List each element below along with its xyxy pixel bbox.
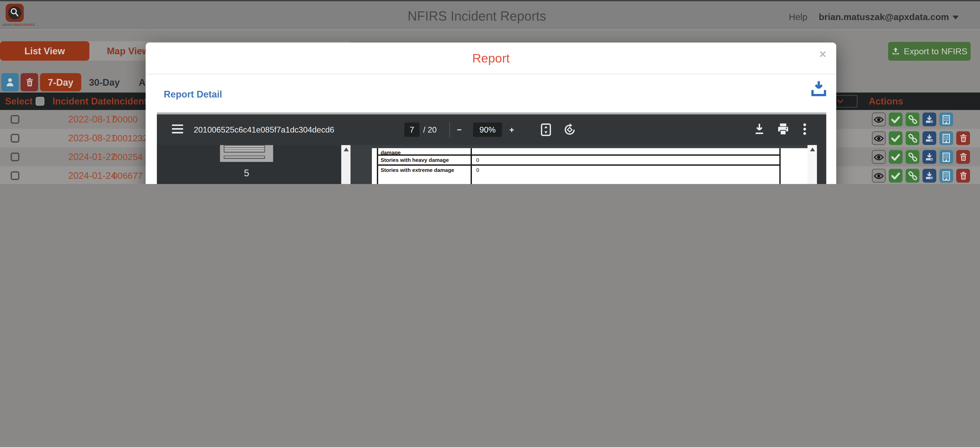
department-button[interactable]	[939, 150, 953, 164]
view-report-button[interactable]	[872, 150, 886, 164]
incident-number: 006677	[112, 166, 143, 184]
user-filter-button[interactable]	[1, 73, 19, 91]
thumbnail-sketch	[224, 145, 265, 153]
row-checkbox[interactable]	[11, 115, 19, 124]
pdf-field-label: damage	[378, 148, 472, 155]
rotate-icon	[563, 123, 576, 136]
incident-number: 000254	[112, 147, 143, 166]
select-all-checkbox[interactable]	[36, 97, 45, 106]
link-incident-button[interactable]	[906, 169, 919, 182]
report-detail-link[interactable]: Report Detail	[164, 89, 222, 99]
download-icon	[925, 153, 934, 161]
row-actions	[872, 169, 970, 182]
pdf-print-button[interactable]	[778, 123, 789, 135]
pdf-page-7: damageStories with heavy damage0Stories …	[372, 148, 817, 184]
zoom-in-button[interactable]: +	[509, 115, 514, 145]
row-checkbox[interactable]	[11, 171, 19, 180]
app-logo[interactable]	[6, 4, 24, 22]
trash-icon	[959, 171, 967, 180]
download-button[interactable]	[923, 112, 936, 126]
user-menu[interactable]: brian.matuszak@apxdata.com	[819, 12, 959, 22]
app-header: SMARTINVESTIGATE NFIRS Incident Reports …	[0, 1, 980, 30]
check-icon	[891, 172, 900, 179]
eye-icon	[874, 172, 884, 179]
pdf-field-value: 0	[473, 156, 780, 164]
column-incident-date[interactable]: Incident Date	[52, 93, 111, 110]
incident-date: 2024-01-24	[68, 166, 116, 184]
chevron-down-icon	[837, 97, 843, 104]
building-icon	[942, 171, 950, 180]
report-modal: Report × Report Detail 201006525c6c41e08…	[146, 43, 836, 184]
download-icon	[925, 115, 934, 124]
department-button[interactable]	[939, 112, 953, 126]
fit-to-page-button[interactable]	[541, 123, 551, 136]
pdf-download-button[interactable]	[754, 123, 765, 136]
help-link[interactable]: Help	[789, 12, 807, 22]
check-icon	[891, 116, 900, 123]
row-checkbox[interactable]	[11, 153, 19, 161]
filter-7-day[interactable]: 7-Day	[40, 73, 81, 91]
chevron-down-icon	[953, 16, 959, 19]
kebab-icon	[803, 123, 806, 135]
validate-button[interactable]	[889, 169, 902, 182]
pdf-field-label: Stories with heavy damage	[378, 156, 472, 164]
view-report-button[interactable]	[872, 112, 886, 126]
link-incident-button[interactable]	[906, 131, 919, 145]
print-icon	[778, 123, 789, 135]
row-checkbox[interactable]	[11, 134, 19, 142]
rotate-button[interactable]	[563, 123, 576, 136]
zoom-out-button[interactable]: −	[457, 115, 461, 145]
validate-button[interactable]	[889, 112, 902, 126]
modal-header-divider	[146, 74, 836, 74]
person-icon	[6, 77, 14, 87]
download-button[interactable]	[923, 131, 936, 145]
filter-30-day[interactable]: 30-Day	[86, 73, 123, 91]
link-icon	[908, 134, 917, 143]
report-download-button[interactable]	[811, 80, 827, 97]
download-icon	[811, 80, 827, 97]
page-number-input[interactable]	[404, 123, 419, 137]
pdf-filename: 201006525c6c41e085f7a1dc304decd6	[194, 115, 334, 145]
view-report-button[interactable]	[872, 169, 886, 182]
magnifier-icon	[8, 6, 21, 19]
pdf-document-area: damageStories with heavy damage0Stories …	[351, 145, 817, 184]
sidebar-menu-button[interactable]	[172, 124, 183, 134]
bulk-delete-button[interactable]	[21, 73, 38, 91]
column-incident-number[interactable]: Incident	[111, 93, 147, 110]
incident-date: 2023-08-21	[68, 129, 116, 147]
row-actions	[872, 150, 970, 164]
building-icon	[942, 115, 950, 124]
view-report-button[interactable]	[872, 131, 886, 145]
more-options-button[interactable]	[803, 123, 806, 135]
link-incident-button[interactable]	[906, 150, 919, 164]
export-to-nfirs-button[interactable]: Export to NFIRS	[888, 42, 971, 61]
delete-button[interactable]	[956, 169, 970, 182]
pdf-table-row: Stories with extreme damage0	[378, 166, 779, 184]
scroll-up-button[interactable]	[341, 145, 350, 153]
validate-button[interactable]	[889, 131, 902, 145]
modal-close-button[interactable]: ×	[819, 48, 826, 61]
incident-number: 0001232	[112, 129, 148, 147]
zoom-level[interactable]: 90%	[473, 123, 502, 137]
fit-page-icon	[541, 123, 551, 136]
department-button[interactable]	[939, 169, 953, 182]
department-button[interactable]	[939, 131, 953, 145]
validate-button[interactable]	[889, 150, 902, 164]
thumbnail-page-5[interactable]	[220, 145, 274, 162]
triangle-up-icon	[344, 147, 348, 151]
delete-button[interactable]	[956, 131, 970, 145]
trash-icon	[25, 77, 33, 87]
link-incident-button[interactable]	[906, 112, 919, 126]
download-icon	[925, 171, 934, 180]
download-button[interactable]	[923, 169, 936, 182]
tab-list-view[interactable]: List View	[0, 41, 89, 61]
delete-button[interactable]	[956, 150, 970, 164]
document-scrollbar[interactable]	[807, 145, 817, 184]
thumbnail-sketch	[224, 156, 265, 159]
sidebar-scrollbar[interactable]	[341, 145, 350, 184]
scroll-up-button[interactable]	[807, 145, 817, 153]
incident-number: 00000	[112, 110, 138, 129]
download-button[interactable]	[923, 150, 936, 164]
modal-title: Report	[146, 51, 836, 65]
app-root: SMARTINVESTIGATE NFIRS Incident Reports …	[0, 0, 980, 184]
